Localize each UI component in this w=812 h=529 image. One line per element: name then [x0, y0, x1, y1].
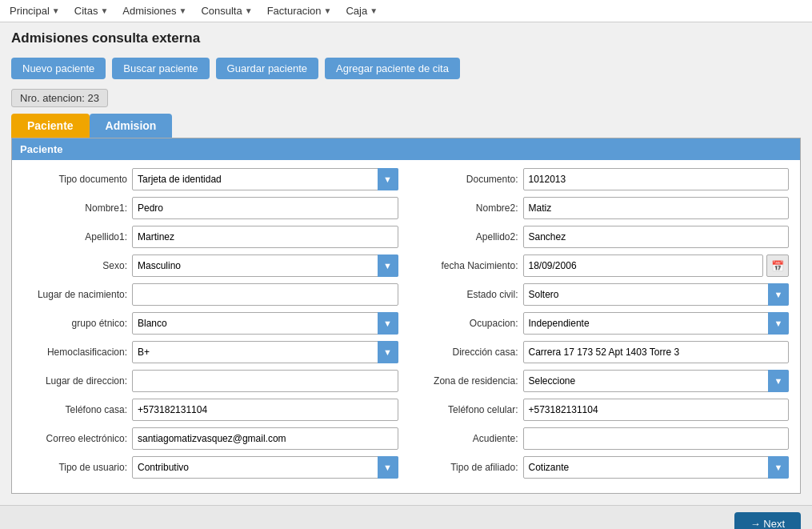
tab-paciente[interactable]: Paciente [11, 114, 90, 138]
sexo-select[interactable]: Masculino Femenino [132, 254, 398, 277]
nav-item-citas[interactable]: Citas▼ [74, 5, 109, 17]
col-lugar-direccion: Lugar de direccion: [23, 370, 398, 392]
nro-label: Nro. atencion: [20, 92, 85, 104]
col-hemoclasificacion: Hemoclasificacion: A+ A- B+ B- O+ O- AB+… [23, 341, 398, 363]
nro-badge: Nro. atencion: 23 [11, 89, 108, 107]
ocupacion-select[interactable]: Independiente Empleado Desempleado [523, 312, 790, 335]
col-nombre1: Nombre1: [23, 197, 398, 219]
form-row-3: Apellido1: Apellido2: [23, 226, 789, 248]
nombre2-input[interactable] [523, 197, 790, 219]
nav-item-facturacion[interactable]: Facturacion▼ [267, 5, 332, 17]
tipo-usuario-wrapper: Contributivo Subsidiado Particular ▼ [132, 456, 398, 479]
col-apellido2: Apellido2: [414, 226, 790, 248]
nav-label-caja: Caja [346, 5, 367, 17]
grupo-etnico-select[interactable]: Blanco Mestizo Indígena Afrocolombiano [132, 312, 398, 335]
col-zona-residencia: Zona de residencia: Seleccione Urbana Ru… [414, 370, 790, 392]
calendar-button[interactable]: 📅 [766, 254, 789, 277]
lugar-nacimiento-label: Lugar de nacimiento: [23, 289, 127, 300]
zona-residencia-select[interactable]: Seleccione Urbana Rural [523, 370, 790, 392]
lugar-nacimiento-input[interactable] [132, 283, 398, 306]
documento-label: Documento: [414, 174, 518, 185]
tab-admision[interactable]: Admision [90, 114, 173, 138]
col-sexo: Sexo: Masculino Femenino ▼ [23, 254, 398, 277]
col-tipo-doc: Tipo documento Tarjeta de identidad Cédu… [23, 168, 398, 190]
lugar-direccion-label: Lugar de direccion: [23, 375, 127, 387]
telefono-celular-input[interactable] [523, 399, 790, 421]
hemoclasificacion-select[interactable]: A+ A- B+ B- O+ O- AB+ AB- [132, 341, 398, 363]
nombre2-label: Nombre2: [414, 202, 518, 214]
nav-item-principal[interactable]: Principal▼ [10, 5, 60, 17]
tipo-documento-wrapper: Tarjeta de identidad Cédula de ciudadaní… [132, 168, 398, 190]
hemoclasificacion-wrapper: A+ A- B+ B- O+ O- AB+ AB- ▼ [132, 341, 398, 363]
correo-input[interactable] [132, 427, 398, 450]
nav-arrow-consulta-icon: ▼ [245, 6, 253, 15]
form-row-6: grupo étnico: Blanco Mestizo Indígena Af… [23, 312, 789, 335]
correo-label: Correo electrónico: [23, 433, 127, 444]
section-header: Paciente [12, 138, 800, 160]
nav-arrow-caja-icon: ▼ [370, 6, 378, 15]
estado-civil-label: Estado civil: [414, 289, 518, 300]
sexo-wrapper: Masculino Femenino ▼ [132, 254, 398, 277]
nav-item-admisiones[interactable]: Admisiones▼ [122, 5, 186, 17]
form-row-9: Teléfono casa: Teléfono celular: [23, 399, 789, 421]
nav-item-caja[interactable]: Caja▼ [346, 5, 378, 17]
toolbar: Nuevo pacienteBuscar pacienteGuardar pac… [0, 51, 812, 86]
col-ocupacion: Ocupacion: Independiente Empleado Desemp… [414, 312, 790, 335]
col-telefono-casa: Teléfono casa: [23, 399, 398, 421]
col-tipo-afiliado: Tipo de afiliado: Cotizante Beneficiario… [414, 456, 790, 479]
agregar-paciente-cita-button[interactable]: Agregar paciente de cita [325, 58, 460, 79]
col-documento: Documento: [414, 168, 790, 190]
form-row-2: Nombre1: Nombre2: [23, 197, 789, 219]
form-row-4: Sexo: Masculino Femenino ▼ fecha Nacimie… [23, 254, 789, 277]
tipo-documento-select[interactable]: Tarjeta de identidad Cédula de ciudadaní… [132, 168, 398, 190]
apellido2-input[interactable] [523, 226, 790, 248]
form-body: Tipo documento Tarjeta de identidad Cédu… [12, 160, 800, 493]
lugar-direccion-input[interactable] [132, 370, 398, 392]
col-fecha-nacimiento: fecha Nacimiento: 📅 [414, 254, 790, 277]
acudiente-input[interactable] [523, 427, 790, 450]
estado-civil-wrapper: Soltero Casado Divorciado Viudo ▼ [523, 283, 790, 306]
form-row-11: Tipo de usuario: Contributivo Subsidiado… [23, 456, 789, 479]
direccion-casa-input[interactable] [523, 341, 790, 363]
nav-arrow-principal-icon: ▼ [52, 6, 60, 15]
col-nombre2: Nombre2: [414, 197, 790, 219]
nombre1-label: Nombre1: [23, 202, 127, 214]
tipo-afiliado-label: Tipo de afiliado: [414, 462, 518, 473]
col-apellido1: Apellido1: [23, 226, 398, 248]
form-row-8: Lugar de direccion: Zona de residencia: … [23, 370, 789, 392]
next-button[interactable]: → Next [734, 512, 801, 529]
nav-label-principal: Principal [10, 5, 50, 17]
col-direccion-casa: Dirección casa: [414, 341, 790, 363]
col-correo: Correo electrónico: [23, 427, 398, 450]
col-telefono-celular: Teléfono celular: [414, 399, 790, 421]
nuevo-paciente-button[interactable]: Nuevo paciente [11, 58, 106, 79]
documento-input[interactable] [523, 168, 790, 190]
zona-residencia-label: Zona de residencia: [414, 375, 518, 387]
nav-item-consulta[interactable]: Consulta▼ [201, 5, 252, 17]
tipo-documento-label: Tipo documento [23, 174, 127, 185]
fecha-nacimiento-input[interactable] [523, 254, 764, 277]
fecha-nacimiento-wrapper: 📅 [523, 254, 790, 277]
estado-civil-select[interactable]: Soltero Casado Divorciado Viudo [523, 283, 790, 306]
ocupacion-label: Ocupacion: [414, 318, 518, 329]
nombre1-input[interactable] [132, 197, 398, 219]
page-title-area: Admisiones consulta externa [0, 22, 812, 51]
tipo-afiliado-select[interactable]: Cotizante Beneficiario [523, 456, 790, 479]
tipo-usuario-label: Tipo de usuario: [23, 462, 127, 473]
nav-label-facturacion: Facturacion [267, 5, 322, 17]
guardar-paciente-button[interactable]: Guardar paciente [216, 58, 318, 79]
nav-arrow-admisiones-icon: ▼ [179, 6, 187, 15]
sexo-label: Sexo: [23, 260, 127, 271]
form-row-7: Hemoclasificacion: A+ A- B+ B- O+ O- AB+… [23, 341, 789, 363]
direccion-casa-label: Dirección casa: [414, 347, 518, 358]
col-acudiente: Acudiente: [414, 427, 790, 450]
telefono-casa-input[interactable] [132, 399, 398, 421]
col-tipo-usuario: Tipo de usuario: Contributivo Subsidiado… [23, 456, 398, 479]
tipo-usuario-select[interactable]: Contributivo Subsidiado Particular [132, 456, 398, 479]
buscar-paciente-button[interactable]: Buscar paciente [112, 58, 209, 79]
apellido1-input[interactable] [132, 226, 398, 248]
apellido2-label: Apellido2: [414, 231, 518, 242]
grupo-etnico-label: grupo étnico: [23, 318, 127, 329]
form-row-1: Tipo documento Tarjeta de identidad Cédu… [23, 168, 789, 190]
grupo-etnico-wrapper: Blanco Mestizo Indígena Afrocolombiano ▼ [132, 312, 398, 335]
